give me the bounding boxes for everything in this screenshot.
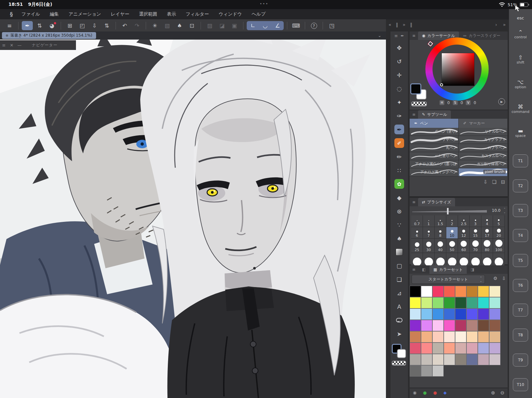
color-swatch[interactable] (466, 331, 478, 343)
secondary-color-chip[interactable] (397, 349, 406, 358)
invert-selection-button[interactable]: ◪ (217, 21, 228, 30)
subtool-menu-icon[interactable]: ≡ (410, 112, 418, 117)
tab-intermediate-color[interactable]: ◨ (467, 265, 478, 274)
color-swatch[interactable] (410, 320, 421, 331)
auto-select-button[interactable]: ♠ (174, 21, 185, 30)
brush-item[interactable]: べた塗りペン (410, 152, 459, 160)
edit-color-set-icon[interactable]: ⚙ (493, 276, 498, 281)
color-swatch[interactable] (478, 331, 489, 343)
main-menu-button[interactable]: ≡ (4, 21, 15, 30)
color-swatch[interactable] (421, 297, 432, 308)
snap-to-grid-button[interactable]: ∠ (272, 21, 283, 30)
brush-size-slider[interactable]: 10.0 ⌃⌄ (410, 207, 508, 215)
pen-tool[interactable]: ✒ (392, 123, 406, 136)
marker-tool[interactable]: ✐ (392, 136, 406, 150)
size-cell[interactable]: 17 (481, 227, 493, 239)
text-tool[interactable]: A (392, 300, 406, 313)
panel-dock-icon[interactable]: « (389, 22, 391, 27)
size-cell[interactable]: 25 (411, 239, 423, 253)
color-swatch[interactable] (410, 297, 421, 308)
add-color-icon[interactable]: ⊕ (491, 390, 495, 396)
tab-color-history[interactable]: ◧ (418, 265, 429, 274)
size-cell[interactable]: 0.7 (411, 215, 423, 227)
size-cell[interactable]: 100 (493, 239, 505, 253)
slider-handle[interactable] (447, 208, 449, 214)
color-set-menu-icon[interactable]: ≡ (410, 267, 418, 272)
menu-item[interactable]: レイヤー (111, 11, 129, 17)
key-t8[interactable]: T8 (513, 329, 528, 342)
key-space[interactable]: ▬space (509, 128, 532, 138)
fill-tool[interactable]: ♠ (392, 232, 406, 245)
brush-size-menu-icon[interactable]: ≡ (410, 200, 418, 204)
menu-item[interactable]: 表示 (167, 11, 176, 17)
color-swatch[interactable] (410, 365, 421, 377)
tab-color-set[interactable]: ▦ カラーセット (429, 265, 467, 274)
color-swatch[interactable] (444, 286, 455, 297)
color-swatch[interactable] (410, 308, 421, 320)
color-swatch[interactable] (432, 331, 444, 343)
color-swatch[interactable] (478, 297, 489, 308)
color-swatch[interactable] (432, 297, 444, 308)
key-esc[interactable]: esc (509, 16, 532, 20)
key-t3[interactable]: T3 (513, 204, 528, 217)
color-swatch[interactable] (489, 331, 501, 343)
mixer-indicator-icon[interactable]: ◉ (413, 390, 416, 395)
color-swatch[interactable] (466, 320, 478, 331)
color-swatch[interactable] (444, 308, 455, 320)
processing-button[interactable]: ✳ (149, 21, 160, 30)
slider-track[interactable] (412, 210, 487, 213)
size-cell[interactable]: 50 (446, 239, 458, 253)
color-swatch[interactable] (421, 331, 432, 343)
key-t4[interactable]: T4 (513, 229, 528, 242)
brush-item[interactable]: カリグラフィ (459, 136, 508, 144)
figure-tool[interactable]: ▢ (392, 259, 406, 272)
size-cell[interactable]: 5 (493, 215, 505, 227)
navigator-minimize-icon[interactable]: — (16, 43, 23, 48)
color-swatch[interactable] (489, 308, 501, 320)
undo-button[interactable]: ↶ (119, 21, 130, 30)
key-control[interactable]: ⌃control (509, 29, 532, 39)
color-swatch[interactable] (421, 365, 432, 377)
rotate-canvas-tool[interactable]: ↺ (392, 54, 406, 68)
tool-strip-pen-icon[interactable]: ✒ (401, 33, 404, 38)
color-swatch[interactable] (410, 343, 421, 354)
color-swatch[interactable] (421, 320, 432, 331)
virtual-keyboard-button[interactable]: ⌨ (291, 21, 302, 30)
panel-dock-icon[interactable]: ‖ (396, 22, 398, 27)
size-cell[interactable]: 30 (423, 239, 435, 253)
frame-border-tool[interactable]: ❏ (392, 272, 406, 286)
save-cycle-button[interactable]: ⇅ (101, 21, 112, 30)
size-cell[interactable] (481, 253, 493, 266)
redo-button[interactable]: ↷ (131, 21, 142, 30)
navigator-titlebar[interactable]: ≡ ✕ — ナビゲーター (0, 40, 76, 50)
size-cell[interactable] (470, 253, 481, 266)
color-swatch[interactable] (478, 286, 489, 297)
size-cell[interactable]: 12 (458, 227, 470, 239)
save-file-button[interactable]: ⇩ (89, 21, 100, 30)
color-swatch[interactable] (489, 297, 501, 308)
color-swatch[interactable] (455, 343, 466, 354)
menu-item[interactable]: ウィンドウ (219, 11, 242, 17)
size-cell[interactable] (493, 253, 505, 266)
menu-item[interactable]: 選択範囲 (139, 11, 157, 17)
key-option[interactable]: ⌥option (509, 79, 532, 89)
menu-item[interactable]: ヘルプ (252, 11, 266, 17)
brush-item[interactable]: アナログ風インクペン (410, 168, 459, 176)
size-cell[interactable] (458, 253, 470, 266)
color-swatch[interactable] (410, 286, 421, 297)
menu-item[interactable]: ファイル (21, 11, 40, 17)
size-cell[interactable]: 60 (458, 239, 470, 253)
airbrush-tool[interactable]: ∷ (392, 163, 406, 177)
frame-tool[interactable]: ⊛ (392, 204, 406, 218)
color-swatch[interactable] (421, 343, 432, 354)
sv-marker[interactable] (440, 83, 443, 86)
blend-tool[interactable]: ∵ (392, 218, 406, 232)
size-cell[interactable]: 80 (481, 239, 493, 253)
size-cell[interactable] (423, 253, 435, 266)
brush-item[interactable]: 丸ペン (410, 144, 459, 152)
color-swatch[interactable] (478, 343, 489, 354)
key-t10[interactable]: T10 (513, 378, 528, 391)
green-indicator-icon[interactable]: ● (423, 390, 427, 395)
size-cell[interactable] (446, 253, 458, 266)
menu-item[interactable]: 編集 (50, 11, 59, 17)
